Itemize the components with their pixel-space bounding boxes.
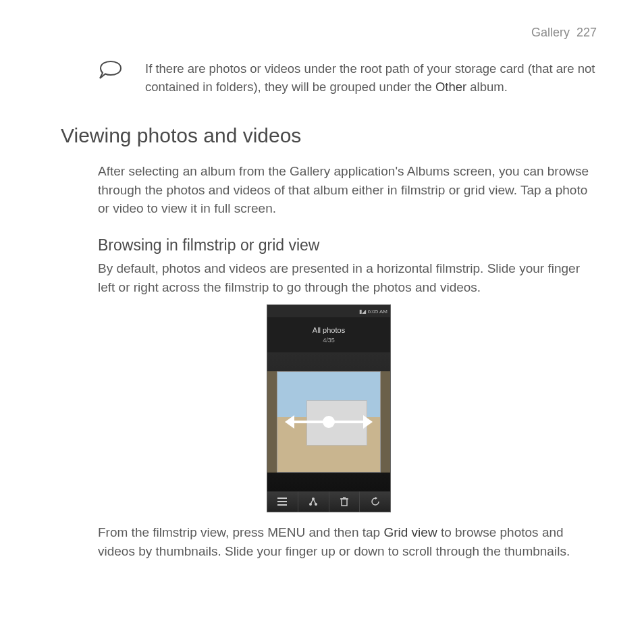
menu-icon[interactable] bbox=[267, 491, 298, 512]
prev-photo-edge bbox=[267, 371, 277, 473]
swipe-line-left bbox=[294, 421, 324, 423]
swipe-dot-icon bbox=[323, 416, 335, 428]
intro-paragraph: After selecting an album from the Galler… bbox=[61, 162, 597, 218]
subsection-paragraph: By default, photos and videos are presen… bbox=[61, 259, 597, 296]
signal-icon: ▮◢ bbox=[359, 308, 366, 316]
filmstrip-area[interactable] bbox=[267, 352, 390, 491]
rotate-icon[interactable] bbox=[360, 491, 390, 512]
after-text-bold: Grid view bbox=[383, 525, 437, 539]
swipe-indicator bbox=[285, 415, 373, 429]
svg-rect-3 bbox=[342, 499, 347, 506]
album-count: 4/35 bbox=[323, 336, 335, 345]
album-title: All photos bbox=[313, 325, 345, 336]
share-icon[interactable] bbox=[298, 491, 329, 512]
tip-callout: If there are photos or videos under the … bbox=[61, 60, 597, 97]
swipe-line-right bbox=[333, 421, 363, 423]
tip-text: If there are photos or videos under the … bbox=[145, 60, 597, 97]
status-time: 6:05 AM bbox=[368, 308, 387, 316]
phone-frame: ▮◢ 6:05 AM All photos 4/35 bbox=[267, 304, 391, 512]
trash-icon[interactable] bbox=[329, 491, 360, 512]
bottom-toolbar bbox=[267, 491, 390, 512]
next-photo-edge bbox=[381, 371, 390, 473]
after-text-before: From the filmstrip view, press MENU and … bbox=[98, 525, 383, 539]
subsection-title: Browsing in filmstrip or grid view bbox=[61, 234, 597, 257]
section-title: Viewing photos and videos bbox=[61, 121, 597, 151]
arrow-right-icon bbox=[363, 415, 373, 429]
speech-bubble-icon bbox=[98, 60, 125, 84]
page-header: Gallery 227 bbox=[61, 24, 597, 41]
album-header: All photos 4/35 bbox=[267, 317, 390, 352]
tip-text-bold: Other bbox=[435, 80, 466, 94]
header-page: 227 bbox=[576, 26, 597, 39]
phone-screenshot: ▮◢ 6:05 AM All photos 4/35 bbox=[61, 304, 597, 512]
tip-text-before: If there are photos or videos under the … bbox=[145, 61, 595, 94]
status-bar: ▮◢ 6:05 AM bbox=[267, 305, 390, 317]
arrow-left-icon bbox=[285, 415, 294, 429]
tip-text-after: album. bbox=[466, 80, 508, 94]
after-image-paragraph: From the filmstrip view, press MENU and … bbox=[61, 523, 597, 560]
header-section: Gallery bbox=[531, 26, 570, 39]
